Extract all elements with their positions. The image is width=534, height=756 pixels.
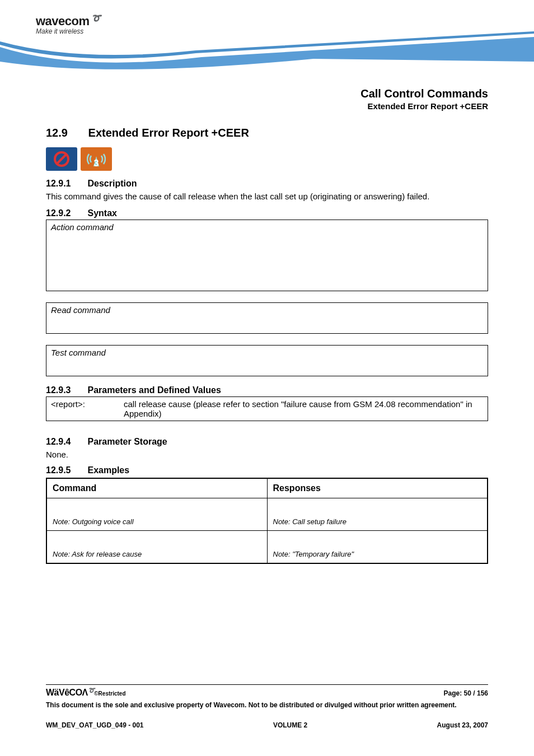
examples-title: Examples <box>87 465 129 475</box>
table-row: Note: Ask for release cause Note: "Tempo… <box>46 531 488 563</box>
parameters-table: <report>: call release cause (please ref… <box>46 396 488 421</box>
action-command-label: Action command <box>51 222 114 232</box>
example-response: Note: "Temporary failure" <box>267 531 488 563</box>
storage-body: None. <box>46 449 488 460</box>
footer-page: Page: 50 / 156 <box>444 689 488 697</box>
read-command-box: Read command <box>46 302 488 334</box>
examples-heading: 12.9.5 Examples <box>46 465 488 475</box>
example-command: Note: Ask for release cause <box>46 531 267 563</box>
description-heading: 12.9.1 Description <box>46 179 488 189</box>
footer-page-current: 50 <box>464 689 471 697</box>
footer-doc-id: WM_DEV_OAT_UGD_049 - 001 <box>46 721 144 729</box>
svg-text:3: 3 <box>94 158 99 167</box>
footer-date: August 23, 2007 <box>437 721 488 729</box>
footer-page-total: 156 <box>477 689 488 697</box>
description-number: 12.9.1 <box>46 179 85 189</box>
footer-line-3: WM_DEV_OAT_UGD_049 - 001 VOLUME 2 August… <box>46 721 488 729</box>
brand-swirl-icon: ➰ <box>90 13 101 22</box>
storage-heading: 12.9.4 Parameter Storage <box>46 437 488 447</box>
parameter-name: <report>: <box>51 399 124 418</box>
footer-page-sep: / <box>471 689 477 697</box>
page-footer: WäVêCOΛ➰©Restricted Page: 50 / 156 This … <box>46 684 488 729</box>
parameter-description: call release cause (please refer to sect… <box>124 399 483 418</box>
footer-rule <box>46 684 488 685</box>
test-command-label: Test command <box>51 348 106 357</box>
test-command-box: Test command <box>46 345 488 376</box>
storage-title: Parameter Storage <box>87 437 167 446</box>
wireless-tower-icon: 3 <box>81 147 112 171</box>
table-row: Note: Outgoing voice call Note: Call set… <box>46 498 488 531</box>
brand-name: wavecom ➰ <box>36 13 100 29</box>
brand-name-text: wavecom <box>36 14 90 28</box>
page: wavecom ➰ Make it wireless Call Control … <box>0 0 534 564</box>
col-header-responses: Responses <box>267 478 488 498</box>
parameters-number: 12.9.3 <box>46 385 85 395</box>
col-header-command: Command <box>46 478 267 498</box>
examples-number: 12.9.5 <box>46 465 85 475</box>
parameter-row: <report>: call release cause (please ref… <box>46 397 488 421</box>
read-command-label: Read command <box>51 305 110 315</box>
footer-brand-name: WäVêCOΛ➰ <box>46 688 94 697</box>
table-header-row: Command Responses <box>46 478 488 498</box>
syntax-title: Syntax <box>87 208 116 218</box>
header-swoosh-graphic <box>0 28 534 84</box>
footer-restricted: ©Restricted <box>94 690 125 697</box>
section-number: 12.9 <box>46 127 85 139</box>
examples-table: Command Responses Note: Outgoing voice c… <box>46 478 488 564</box>
footer-volume: VOLUME 2 <box>273 721 307 729</box>
footer-brand: WäVêCOΛ➰©Restricted <box>46 687 126 698</box>
chapter-title: Call Control Commands <box>46 87 488 100</box>
content: Call Control Commands Extended Error Rep… <box>0 87 534 564</box>
status-icon-row: 3 <box>46 147 488 171</box>
example-response: Note: Call setup failure <box>267 498 488 531</box>
footer-swirl-icon: ➰ <box>88 687 95 693</box>
footer-page-label: Page: <box>444 689 464 697</box>
section-heading: 12.9 Extended Error Report +CEER <box>46 127 488 139</box>
description-title: Description <box>87 179 137 188</box>
no-sim-icon <box>46 147 77 171</box>
page-header: wavecom ➰ Make it wireless <box>0 0 534 84</box>
footer-line-1: WäVêCOΛ➰©Restricted Page: 50 / 156 <box>46 687 488 698</box>
parameters-title: Parameters and Defined Values <box>87 385 221 395</box>
parameters-heading: 12.9.3 Parameters and Defined Values <box>46 385 488 395</box>
description-body: This command gives the cause of call rel… <box>46 191 488 202</box>
footer-disclaimer: This document is the sole and exclusive … <box>46 701 488 709</box>
svg-line-1 <box>57 155 66 164</box>
chapter-subtitle: Extended Error Report +CEER <box>46 101 488 111</box>
example-command: Note: Outgoing voice call <box>46 498 267 531</box>
section-title: Extended Error Report +CEER <box>88 127 249 139</box>
syntax-heading: 12.9.2 Syntax <box>46 208 488 218</box>
action-command-box: Action command <box>46 220 488 291</box>
storage-number: 12.9.4 <box>46 437 85 447</box>
syntax-number: 12.9.2 <box>46 208 85 218</box>
